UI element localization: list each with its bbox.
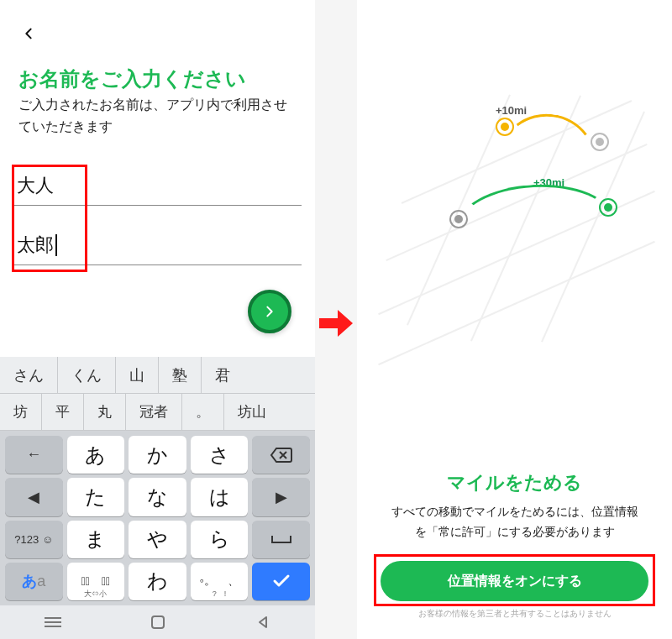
- last-name-input[interactable]: 大人: [13, 165, 302, 206]
- first-name-input[interactable]: 太郎: [13, 224, 302, 265]
- map-illustration: +10mi +30mi: [357, 34, 672, 336]
- suggestion-item[interactable]: さん: [0, 357, 58, 393]
- flow-arrow-icon: [315, 302, 357, 344]
- nav-recent[interactable]: [28, 610, 78, 635]
- backspace-icon: [270, 447, 293, 464]
- space-icon: [270, 534, 292, 544]
- map-pin-icon: [599, 198, 617, 217]
- suggestion-item[interactable]: 山: [116, 357, 159, 393]
- key-lang[interactable]: あa: [5, 563, 63, 600]
- nav-back[interactable]: [238, 610, 288, 635]
- key-cursor-left[interactable]: ◀: [5, 478, 63, 516]
- suggestion-row-1: さんくん山塾君: [0, 357, 315, 394]
- mile-label-1: +10mi: [496, 104, 527, 117]
- next-button[interactable]: [248, 290, 291, 333]
- key-ta[interactable]: た: [67, 478, 125, 516]
- suggestion-item[interactable]: 坊山: [224, 394, 280, 430]
- key-na[interactable]: な: [129, 478, 186, 516]
- last-name-value: 大人: [17, 173, 54, 198]
- key-punct[interactable]: ◦。 、? !: [191, 563, 249, 600]
- suggestion-item[interactable]: 丸: [84, 394, 126, 430]
- suggestion-item[interactable]: くん: [58, 357, 116, 393]
- key-backspace[interactable]: [252, 436, 310, 474]
- key-ya[interactable]: や: [129, 521, 186, 558]
- nav-home[interactable]: [133, 610, 183, 635]
- page-title: お名前をご入力ください: [18, 65, 297, 92]
- miles-subtitle: すべての移動でマイルをためるには、位置情報を「常に許可」にする必要があります: [387, 502, 642, 542]
- android-navbar: [0, 605, 315, 639]
- key-ha[interactable]: は: [191, 478, 249, 516]
- suggestion-item[interactable]: 君: [202, 357, 244, 393]
- key-dakuten[interactable]: ◌゙ ◌゚大⇔小: [67, 563, 125, 600]
- miles-title: マイルをためる: [357, 470, 672, 495]
- soft-keyboard: さんくん山塾君 坊平丸冠者。坊山 ←あかさ◀たなは▶?123☺まやらあa◌゙ ◌…: [0, 357, 315, 639]
- privacy-disclaimer: お客様の情報を第三者と共有することはありません: [357, 608, 672, 620]
- map-pin-icon: [449, 210, 468, 228]
- back-button[interactable]: [15, 20, 42, 47]
- key-space[interactable]: [252, 521, 310, 558]
- suggestion-item[interactable]: 冠者: [126, 394, 182, 430]
- enable-location-label: 位置情報をオンにする: [448, 573, 582, 590]
- check-icon: [272, 574, 291, 589]
- location-permission-screen: +10mi +30mi マイルをためる すべての移動でマイルをためるには、位置情…: [357, 0, 672, 639]
- svg-rect-0: [152, 616, 164, 628]
- name-entry-screen: お名前をご入力ください ご入力されたお名前は、アプリ内で利用させていただきます …: [0, 0, 315, 639]
- first-name-value: 太郎: [17, 233, 54, 258]
- map-pin-icon: [496, 118, 514, 136]
- key-cursor-right[interactable]: ▶: [252, 478, 310, 516]
- key-ra[interactable]: ら: [191, 521, 249, 558]
- name-fields: 大人 太郎: [13, 165, 302, 265]
- key-left[interactable]: ←: [5, 436, 63, 474]
- chevron-left-icon: [22, 24, 35, 44]
- suggestion-item[interactable]: 。: [182, 394, 224, 430]
- key-sa[interactable]: さ: [191, 436, 249, 474]
- key-wa[interactable]: わ: [129, 563, 186, 600]
- suggestion-item[interactable]: 平: [42, 394, 84, 430]
- suggestion-row-2: 坊平丸冠者。坊山: [0, 394, 315, 431]
- text-caret: [55, 234, 57, 256]
- key-enter[interactable]: [252, 563, 310, 600]
- key-grid: ←あかさ◀たなは▶?123☺まやらあa◌゙ ◌゚大⇔小わ◦。 、? !: [0, 431, 315, 605]
- chevron-right-icon: [263, 303, 276, 320]
- page-subtitle: ご入力されたお名前は、アプリ内で利用させていただきます: [18, 94, 290, 137]
- key-ma[interactable]: ま: [67, 521, 125, 558]
- key-a[interactable]: あ: [67, 436, 125, 474]
- key-ka[interactable]: か: [129, 436, 186, 474]
- suggestion-item[interactable]: 坊: [0, 394, 42, 430]
- enable-location-button[interactable]: 位置情報をオンにする: [381, 561, 648, 601]
- key-numeric[interactable]: ?123☺: [5, 521, 63, 558]
- map-pin-icon: [591, 133, 609, 151]
- suggestion-item[interactable]: 塾: [159, 357, 202, 393]
